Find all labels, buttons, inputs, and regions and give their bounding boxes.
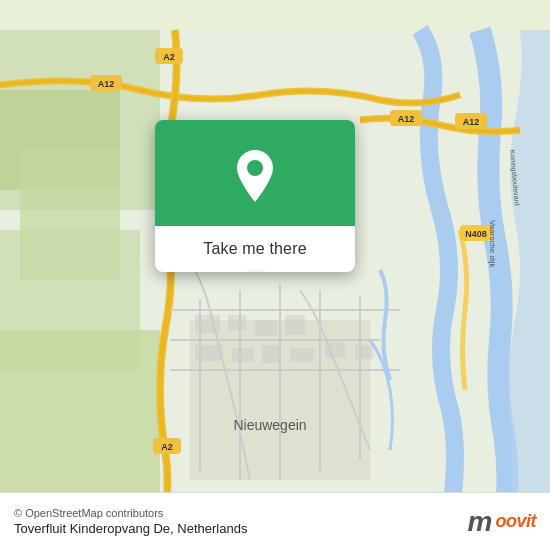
copyright-text: © OpenStreetMap contributors bbox=[14, 507, 247, 519]
svg-rect-41 bbox=[355, 345, 373, 359]
bottom-left-info: © OpenStreetMap contributors Toverfluit … bbox=[14, 507, 247, 536]
svg-text:A12: A12 bbox=[463, 117, 480, 127]
popup-button-area[interactable]: Take me there bbox=[155, 226, 355, 272]
take-me-there-button[interactable]: Take me there bbox=[203, 240, 306, 258]
popup-header bbox=[155, 120, 355, 226]
svg-text:Vaarsche dijk: Vaarsche dijk bbox=[488, 220, 497, 268]
svg-rect-32 bbox=[195, 315, 220, 333]
svg-text:N408: N408 bbox=[465, 229, 487, 239]
svg-rect-34 bbox=[255, 320, 277, 336]
svg-rect-37 bbox=[232, 348, 254, 362]
location-name: Toverfluit Kinderopvang De, Netherlands bbox=[14, 521, 247, 536]
svg-rect-33 bbox=[228, 315, 246, 330]
svg-rect-40 bbox=[325, 342, 345, 358]
moovit-brand-text: oovit bbox=[496, 511, 537, 532]
svg-text:A12: A12 bbox=[98, 79, 115, 89]
bottom-bar: © OpenStreetMap contributors Toverfluit … bbox=[0, 492, 550, 550]
svg-point-44 bbox=[247, 160, 263, 176]
svg-rect-39 bbox=[290, 348, 314, 362]
svg-rect-36 bbox=[195, 345, 223, 361]
svg-text:A2: A2 bbox=[161, 442, 173, 452]
svg-text:A12: A12 bbox=[398, 114, 415, 124]
moovit-logo: m oovit bbox=[468, 506, 536, 538]
svg-text:A2: A2 bbox=[163, 52, 175, 62]
svg-rect-35 bbox=[285, 315, 305, 335]
map-background: A12 A2 A2 A2 A12 A12 N408 A2 Nieuwegein … bbox=[0, 0, 550, 550]
svg-text:Nieuwegein: Nieuwegein bbox=[233, 417, 306, 433]
moovit-m-letter: m bbox=[468, 506, 493, 538]
svg-rect-38 bbox=[262, 345, 280, 363]
popup-card: Take me there bbox=[155, 120, 355, 272]
map-container: A12 A2 A2 A2 A12 A12 N408 A2 Nieuwegein … bbox=[0, 0, 550, 550]
location-pin-icon bbox=[232, 148, 278, 204]
